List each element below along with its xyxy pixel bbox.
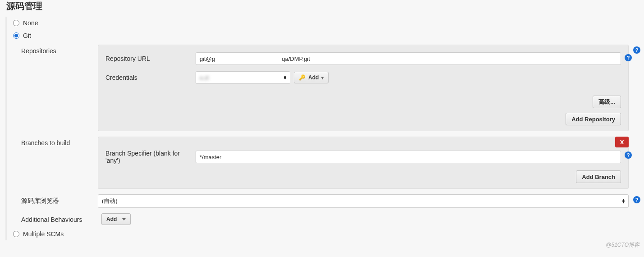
credentials-value: o.zl [200, 74, 209, 81]
add-behaviour-button[interactable]: Add [101, 213, 131, 225]
branch-specifier-input[interactable] [196, 151, 621, 163]
repo-browser-value: (自动) [102, 197, 118, 205]
key-icon: 🔑 [299, 74, 306, 81]
help-icon[interactable]: ? [625, 54, 632, 61]
scm-git-radio[interactable] [13, 32, 19, 39]
repositories-panel: Repository URL ? Credentials o.zl ▲▼ 🔑 A… [98, 45, 629, 131]
chevron-updown-icon: ▲▼ [283, 75, 287, 80]
add-credentials-label: Add [308, 74, 319, 81]
chevron-updown-icon: ▲▼ [621, 199, 626, 203]
help-icon[interactable]: ? [633, 46, 640, 54]
scm-none-label: None [23, 19, 38, 27]
repo-browser-select[interactable]: (自动) ▲▼ [98, 194, 629, 208]
behaviours-label: Additional Behaviours [21, 213, 101, 223]
branch-specifier-label: Branch Specifier (blank for 'any') [105, 150, 196, 164]
add-branch-button[interactable]: Add Branch [576, 170, 621, 183]
branches-panel: X Branch Specifier (blank for 'any') ? A… [98, 137, 629, 189]
repo-browser-label: 源码库浏览器 [21, 194, 98, 205]
add-credentials-button[interactable]: 🔑 Add ▾ [294, 72, 329, 83]
add-repository-button[interactable]: Add Repository [566, 113, 621, 125]
repositories-label: Repositories [21, 45, 98, 55]
scm-multiple-radio[interactable] [13, 231, 19, 237]
credentials-label: Credentials [105, 74, 196, 81]
branches-label: Branches to build [21, 137, 98, 147]
repo-url-label: Repository URL [105, 55, 196, 62]
help-icon[interactable]: ? [633, 196, 640, 203]
chevron-down-icon: ▾ [321, 75, 324, 80]
remove-branch-button[interactable]: X [615, 137, 629, 147]
scm-multiple-label: Multiple SCMs [23, 230, 64, 238]
scm-git-label: Git [23, 32, 31, 39]
credentials-select[interactable]: o.zl ▲▼ [196, 71, 290, 84]
help-icon[interactable]: ? [625, 151, 632, 159]
advanced-button[interactable]: 高级... [593, 96, 621, 108]
scm-none-radio[interactable] [13, 20, 19, 26]
section-title: 源码管理 [0, 0, 644, 17]
repo-url-input[interactable] [196, 52, 621, 65]
